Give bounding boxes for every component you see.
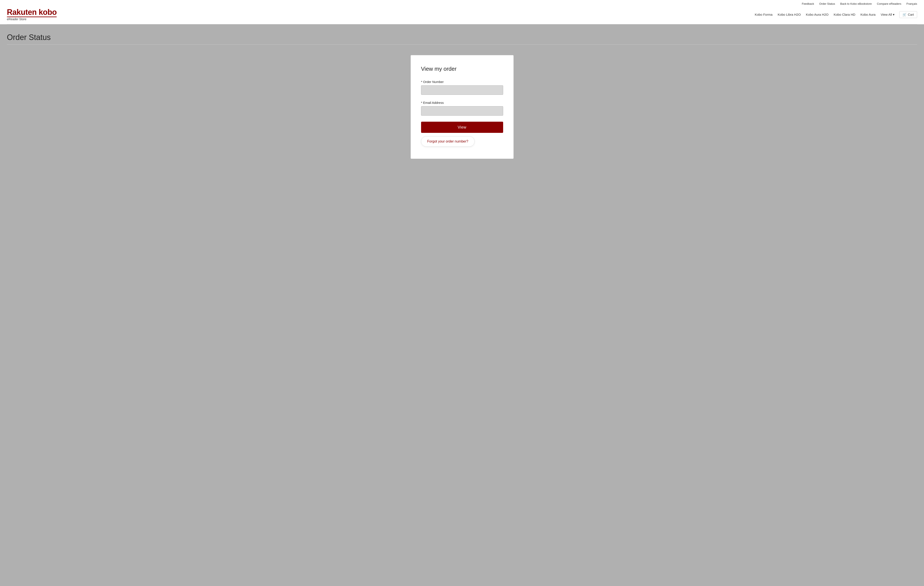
order-status-form-card: View my order * Order Number * Email Add… [411,55,514,159]
order-number-group: * Order Number [421,80,503,95]
page-content: Order Status View my order * Order Numbe… [0,24,924,167]
feedback-link[interactable]: Feedback [802,2,814,5]
email-address-label: * Email Address [421,101,503,104]
forgot-order-number-link[interactable]: Forgot your order number? [421,136,475,147]
cart-label: Cart [908,13,914,17]
nav-kobo-libra-h2o[interactable]: Kobo Libra H2O [776,12,803,18]
top-nav: Feedback Order Status Back to Kobo eBook… [7,0,917,7]
logo[interactable]: Rakuten kobo eReader Store [7,8,57,21]
view-all-label: View All [881,13,892,17]
main-nav: Kobo Forma Kobo Libra H2O Kobo Aura H2O … [752,11,917,18]
nav-kobo-clara-hd[interactable]: Kobo Clara HD [832,12,857,18]
order-status-link[interactable]: Order Status [819,2,835,5]
nav-kobo-aura-h2o[interactable]: Kobo Aura H2O [804,12,830,18]
page-title: Order Status [7,33,917,42]
compare-ereaders-link[interactable]: Compare eReaders [877,2,901,5]
order-number-label: * Order Number [421,80,503,84]
cart-icon: 🛒 [903,13,907,17]
email-address-input[interactable] [421,106,503,116]
form-title: View my order [421,66,503,72]
chevron-down-icon: ▾ [893,13,894,17]
francais-link[interactable]: Français [906,2,917,5]
order-number-input[interactable] [421,85,503,95]
site-header: Feedback Order Status Back to Kobo eBook… [0,0,924,24]
back-to-kobo-link[interactable]: Back to Kobo eBookstore [840,2,872,5]
forgot-link-container: Forgot your order number? [421,136,503,147]
cart-button[interactable]: 🛒 Cart [899,11,917,18]
header-main: Rakuten kobo eReader Store Kobo Forma Ko… [7,7,917,24]
email-address-group: * Email Address [421,101,503,116]
nav-kobo-aura[interactable]: Kobo Aura [858,12,878,18]
logo-underline [7,17,57,17]
view-order-button[interactable]: View [421,122,503,133]
logo-subtitle: eReader Store [7,18,57,21]
nav-kobo-forma[interactable]: Kobo Forma [752,12,775,18]
view-all-button[interactable]: View All ▾ [878,12,896,18]
logo-text: Rakuten kobo [7,8,57,16]
